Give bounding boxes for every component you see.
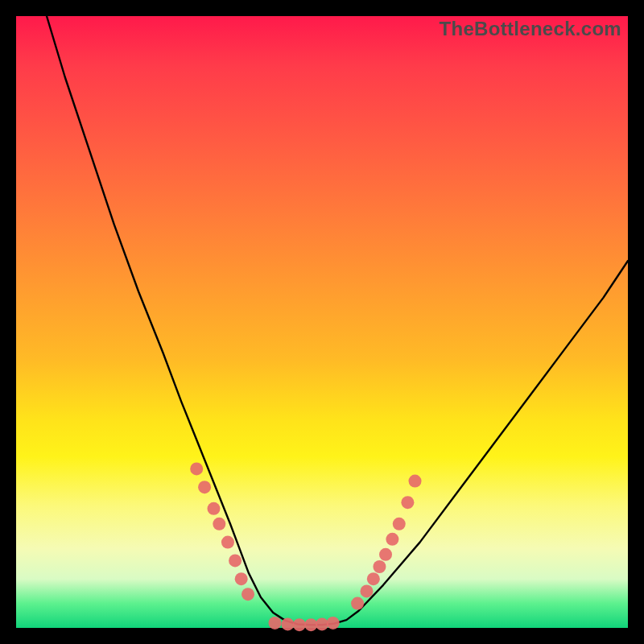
marker-markers-left — [190, 462, 203, 475]
marker-markers-left — [198, 481, 211, 493]
marker-markers-bottom — [281, 617, 294, 630]
marker-markers-right — [360, 584, 373, 597]
marker-markers-left — [235, 572, 248, 585]
chart-overlay — [16, 16, 628, 628]
marker-markers-right — [373, 560, 386, 573]
marker-markers-right — [351, 597, 364, 610]
marker-markers-right — [367, 572, 380, 585]
chart-stage: TheBottleneck.com — [0, 0, 644, 644]
plot-area: TheBottleneck.com — [16, 16, 628, 628]
marker-markers-left — [242, 588, 254, 601]
marker-markers-bottom — [293, 618, 306, 631]
marker-markers-bottom — [316, 617, 328, 630]
marker-markers-right — [379, 548, 392, 561]
marker-markers-bottom — [304, 618, 317, 631]
marker-markers-right — [393, 518, 406, 530]
marker-markers-right — [409, 475, 422, 488]
series-curve — [47, 16, 628, 625]
marker-markers-bottom — [268, 617, 281, 630]
marker-markers-right — [401, 496, 414, 509]
marker-markers-right — [386, 533, 398, 546]
marker-markers-left — [229, 554, 242, 567]
marker-markers-left — [207, 502, 220, 515]
marker-markers-left — [221, 536, 234, 549]
marker-markers-bottom — [327, 617, 340, 630]
marker-markers-left — [213, 518, 225, 530]
